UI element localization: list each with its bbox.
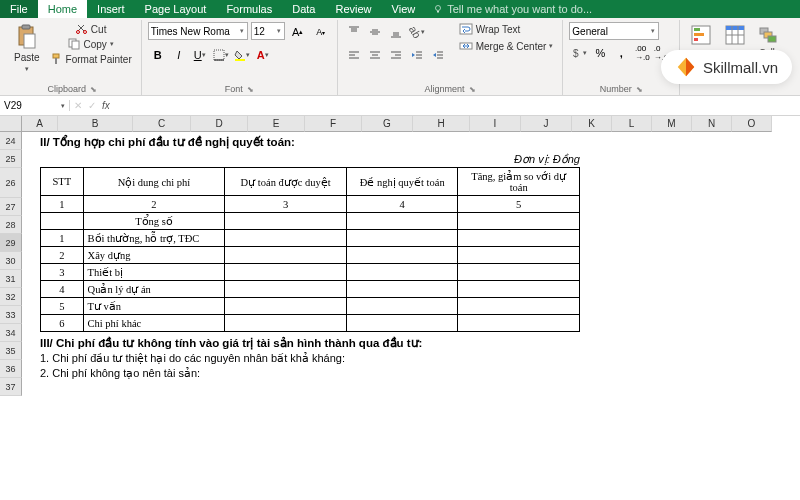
row-header-29[interactable]: 29 xyxy=(0,234,22,252)
cancel-icon[interactable]: ✕ xyxy=(74,100,82,111)
svg-rect-9 xyxy=(53,54,59,58)
align-center-icon xyxy=(369,49,381,61)
row-header-26[interactable]: 26 xyxy=(0,168,22,198)
align-bottom-button[interactable] xyxy=(386,22,406,42)
copy-button[interactable]: Copy ▾ xyxy=(65,37,116,51)
total-dutoan xyxy=(225,213,347,230)
tab-view[interactable]: View xyxy=(382,0,426,18)
bold-button[interactable]: B xyxy=(148,45,168,65)
table-row: 5Tư vấn xyxy=(41,298,580,315)
accounting-format-button[interactable]: $▾ xyxy=(569,43,589,63)
row-header-33[interactable]: 33 xyxy=(0,306,22,324)
decrease-indent-button[interactable] xyxy=(407,45,427,65)
tab-data[interactable]: Data xyxy=(282,0,325,18)
logo-icon xyxy=(675,56,697,78)
row-header-28[interactable]: 28 xyxy=(0,216,22,234)
tab-formulas[interactable]: Formulas xyxy=(216,0,282,18)
col-header-A[interactable]: A xyxy=(22,116,58,132)
number-dialog-launcher[interactable]: ⬊ xyxy=(636,85,643,94)
fill-color-button[interactable]: ▾ xyxy=(232,45,252,65)
font-size-input[interactable] xyxy=(252,26,274,37)
alignment-dialog-launcher[interactable]: ⬊ xyxy=(469,85,476,94)
row-header-24[interactable]: 24 xyxy=(0,132,22,150)
row-header-32[interactable]: 32 xyxy=(0,288,22,306)
row-header-25[interactable]: 25 xyxy=(0,150,22,168)
format-as-table-button[interactable] xyxy=(720,22,750,48)
select-all-corner[interactable] xyxy=(0,116,22,132)
section-3-title: III/ Chi phí đầu tư không tính vào giá t… xyxy=(40,336,586,350)
wrap-text-button[interactable]: Wrap Text xyxy=(456,22,557,36)
increase-indent-button[interactable] xyxy=(428,45,448,65)
orientation-button[interactable]: ab▾ xyxy=(407,22,427,42)
tab-insert[interactable]: Insert xyxy=(87,0,135,18)
col-header-N[interactable]: N xyxy=(692,116,732,132)
tab-file[interactable]: File xyxy=(0,0,38,18)
paste-button[interactable]: Paste ▾ xyxy=(10,22,44,75)
align-left-button[interactable] xyxy=(344,45,364,65)
comma-button[interactable]: , xyxy=(611,43,631,63)
group-alignment: ab▾ Wrap Text Merge & Center xyxy=(338,20,564,95)
col-header-M[interactable]: M xyxy=(652,116,692,132)
row-header-34[interactable]: 34 xyxy=(0,324,22,342)
cut-button[interactable]: Cut xyxy=(73,22,110,36)
row-header-37[interactable]: 37 xyxy=(0,378,22,396)
font-size-combo[interactable]: ▾ xyxy=(251,22,285,40)
enter-icon[interactable]: ✓ xyxy=(88,100,96,111)
font-color-button[interactable]: A▾ xyxy=(253,45,273,65)
item-dutoan xyxy=(225,247,347,264)
col-header-L[interactable]: L xyxy=(612,116,652,132)
row-header-27[interactable]: 27 xyxy=(0,198,22,216)
tell-me[interactable]: Tell me what you want to do... xyxy=(433,0,592,18)
font-dialog-launcher[interactable]: ⬊ xyxy=(247,85,254,94)
italic-button[interactable]: I xyxy=(169,45,189,65)
tab-page-layout[interactable]: Page Layout xyxy=(135,0,217,18)
total-stt xyxy=(41,213,84,230)
item-dutoan xyxy=(225,298,347,315)
clipboard-dialog-launcher[interactable]: ⬊ xyxy=(90,85,97,94)
number-format-input[interactable] xyxy=(570,26,648,37)
font-name-input[interactable] xyxy=(149,26,237,37)
row-header-36[interactable]: 36 xyxy=(0,360,22,378)
format-painter-button[interactable]: Format Painter xyxy=(48,52,135,66)
row-header-31[interactable]: 31 xyxy=(0,270,22,288)
increase-font-button[interactable]: A▴ xyxy=(288,22,308,42)
number-format-combo[interactable]: ▾ xyxy=(569,22,659,40)
col-header-K[interactable]: K xyxy=(572,116,612,132)
decrease-font-button[interactable]: A▾ xyxy=(311,22,331,42)
tab-review[interactable]: Review xyxy=(325,0,381,18)
conditional-formatting-button[interactable] xyxy=(686,22,716,48)
name-box[interactable]: V29 ▾ xyxy=(0,100,70,111)
formula-input[interactable] xyxy=(114,100,800,111)
tab-home[interactable]: Home xyxy=(38,0,87,18)
row-header-30[interactable]: 30 xyxy=(0,252,22,270)
align-middle-button[interactable] xyxy=(365,22,385,42)
col-header-F[interactable]: F xyxy=(305,116,362,132)
indent-right-icon xyxy=(432,49,444,61)
col-header-O[interactable]: O xyxy=(732,116,772,132)
merge-center-button[interactable]: Merge & Center ▾ xyxy=(456,39,557,53)
section-3-line: 2. Chi phí không tạo nên tài sản: xyxy=(40,367,586,380)
increase-decimal-button[interactable]: .00→.0 xyxy=(632,43,652,63)
fx-icon[interactable]: fx xyxy=(102,100,110,111)
col-header-I[interactable]: I xyxy=(470,116,521,132)
font-name-combo[interactable]: ▾ xyxy=(148,22,248,40)
align-top-button[interactable] xyxy=(344,22,364,42)
indent-left-icon xyxy=(411,49,423,61)
col-header-B[interactable]: B xyxy=(58,116,133,132)
worksheet-area[interactable]: II/ Tổng hợp chi phí đầu tư đề nghị quyế… xyxy=(22,132,800,492)
col-header-H[interactable]: H xyxy=(413,116,470,132)
col-header-D[interactable]: D xyxy=(191,116,248,132)
item-tanggiam xyxy=(458,281,580,298)
svg-rect-10 xyxy=(55,58,57,64)
col-header-C[interactable]: C xyxy=(133,116,191,132)
align-right-button[interactable] xyxy=(386,45,406,65)
row-header-35[interactable]: 35 xyxy=(0,342,22,360)
col-header-G[interactable]: G xyxy=(362,116,413,132)
borders-button[interactable]: ▾ xyxy=(211,45,231,65)
underline-button[interactable]: U▾ xyxy=(190,45,210,65)
percent-button[interactable]: % xyxy=(590,43,610,63)
col-header-E[interactable]: E xyxy=(248,116,305,132)
col-header-J[interactable]: J xyxy=(521,116,572,132)
align-center-button[interactable] xyxy=(365,45,385,65)
svg-point-0 xyxy=(436,6,441,11)
